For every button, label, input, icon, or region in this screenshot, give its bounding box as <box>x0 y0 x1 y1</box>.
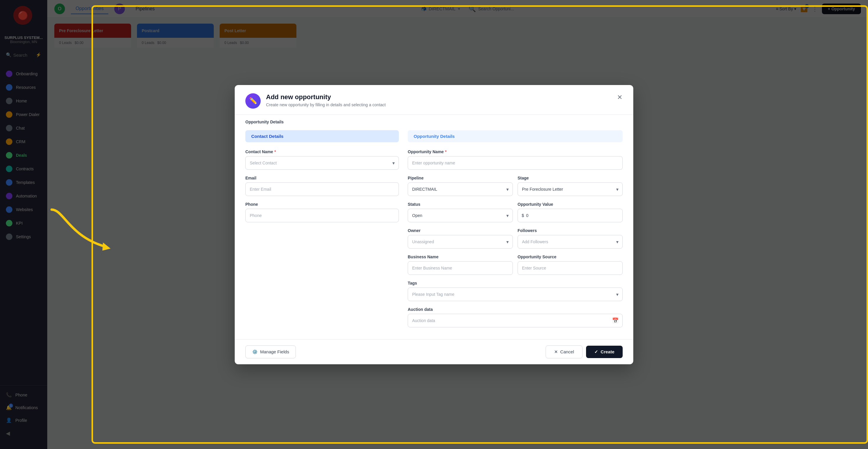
status-group: Status Open <box>408 202 513 222</box>
auction-data-input[interactable] <box>408 314 623 327</box>
owner-group: Owner Unassigned <box>408 228 513 249</box>
pipeline-group: Pipeline DIRECTMAIL <box>408 175 513 196</box>
status-select[interactable]: Open <box>408 209 513 222</box>
required-star-contact: * <box>274 149 276 154</box>
opportunity-value-input[interactable] <box>518 209 623 222</box>
owner-select-wrapper: Unassigned <box>408 235 513 249</box>
email-input[interactable] <box>245 183 399 196</box>
modal-overlay: ✏️ Add new opportunity Create new opport… <box>0 0 868 449</box>
auction-data-wrapper: 📅 <box>408 314 623 327</box>
modal-body: Contact Details Contact Name * Select Co… <box>235 124 633 339</box>
modal-title: Add new opportunity <box>266 93 385 101</box>
opportunity-source-input[interactable] <box>518 261 623 275</box>
business-name-input[interactable] <box>408 261 513 275</box>
opportunity-source-group: Opportunity Source <box>518 254 623 275</box>
pipeline-label: Pipeline <box>408 175 513 180</box>
owner-label: Owner <box>408 228 513 233</box>
modal-subtitle: Create new opportunity by filling in det… <box>266 102 385 107</box>
calendar-icon: 📅 <box>612 317 619 324</box>
phone-label: Phone <box>245 202 399 206</box>
phone-input[interactable] <box>245 209 399 222</box>
manage-fields-button[interactable]: ⚙️ Manage Fields <box>245 345 296 358</box>
stage-label: Stage <box>518 175 623 180</box>
pipeline-select[interactable]: DIRECTMAIL <box>408 183 513 196</box>
owner-followers-row: Owner Unassigned Followers Add Followers <box>408 228 623 254</box>
modal-footer: ⚙️ Manage Fields ✕ Cancel ✓ Create <box>235 339 633 364</box>
auction-data-label: Auction data <box>408 307 623 312</box>
email-label: Email <box>245 175 399 180</box>
opportunity-value-group: Opportunity Value $ <box>518 202 623 222</box>
stage-group: Stage Pre Foreclosure Letter <box>518 175 623 196</box>
followers-select[interactable]: Add Followers <box>518 235 623 249</box>
modal-title-area: Add new opportunity Create new opportuni… <box>266 93 385 107</box>
followers-label: Followers <box>518 228 623 233</box>
business-source-row: Business Name Opportunity Source <box>408 254 623 281</box>
contact-details-tab[interactable]: Contact Details <box>245 130 399 142</box>
opportunity-details-panel: Opportunity Details Opportunity Name * P… <box>408 130 623 333</box>
tags-select[interactable]: Please Input Tag name <box>408 288 623 301</box>
required-star-opportunity: * <box>445 149 446 154</box>
modal-header: ✏️ Add new opportunity Create new opport… <box>235 85 633 115</box>
contact-name-select-wrapper: Select Contact <box>245 156 399 170</box>
owner-select[interactable]: Unassigned <box>408 235 513 249</box>
footer-actions: ✕ Cancel ✓ Create <box>546 345 623 358</box>
followers-select-wrapper: Add Followers <box>518 235 623 249</box>
modal-section-label: Opportunity Details <box>235 115 633 124</box>
value-prefix: $ <box>522 213 524 218</box>
create-button[interactable]: ✓ Create <box>586 346 623 358</box>
email-group: Email <box>245 175 399 196</box>
stage-select[interactable]: Pre Foreclosure Letter <box>518 183 623 196</box>
auction-data-group: Auction data 📅 <box>408 307 623 327</box>
cancel-x-icon: ✕ <box>554 349 558 355</box>
tags-select-wrapper: Please Input Tag name <box>408 288 623 301</box>
opportunity-name-group: Opportunity Name * <box>408 149 623 170</box>
contact-name-select[interactable]: Select Contact <box>245 156 399 170</box>
opportunity-value-label: Opportunity Value <box>518 202 623 206</box>
status-value-row: Status Open Opportunity Value $ <box>408 202 623 228</box>
cancel-button[interactable]: ✕ Cancel <box>546 345 583 358</box>
contact-name-group: Contact Name * Select Contact <box>245 149 399 170</box>
status-label: Status <box>408 202 513 206</box>
tags-label: Tags <box>408 281 623 285</box>
followers-group: Followers Add Followers <box>518 228 623 249</box>
opportunity-details-tab[interactable]: Opportunity Details <box>408 130 623 142</box>
checkmark-icon: ✓ <box>594 349 598 355</box>
opportunity-value-wrapper: $ <box>518 209 623 222</box>
contact-details-panel: Contact Details Contact Name * Select Co… <box>245 130 399 333</box>
status-select-wrapper: Open <box>408 209 513 222</box>
add-opportunity-modal: ✏️ Add new opportunity Create new opport… <box>235 85 633 364</box>
contact-name-label: Contact Name * <box>245 149 399 154</box>
business-name-label: Business Name <box>408 254 513 259</box>
opportunity-source-label: Opportunity Source <box>518 254 623 259</box>
pipeline-stage-row: Pipeline DIRECTMAIL Stage Pre Foreclosur… <box>408 175 623 202</box>
tags-group: Tags Please Input Tag name <box>408 281 623 301</box>
opportunity-name-input[interactable] <box>408 156 623 170</box>
modal-icon: ✏️ <box>245 93 261 109</box>
modal-close-button[interactable]: ✕ <box>614 92 625 103</box>
pipeline-select-wrapper: DIRECTMAIL <box>408 183 513 196</box>
stage-select-wrapper: Pre Foreclosure Letter <box>518 183 623 196</box>
opportunity-name-label: Opportunity Name * <box>408 149 623 154</box>
settings-sliders-icon: ⚙️ <box>252 349 258 355</box>
phone-group: Phone <box>245 202 399 222</box>
business-name-group: Business Name <box>408 254 513 275</box>
